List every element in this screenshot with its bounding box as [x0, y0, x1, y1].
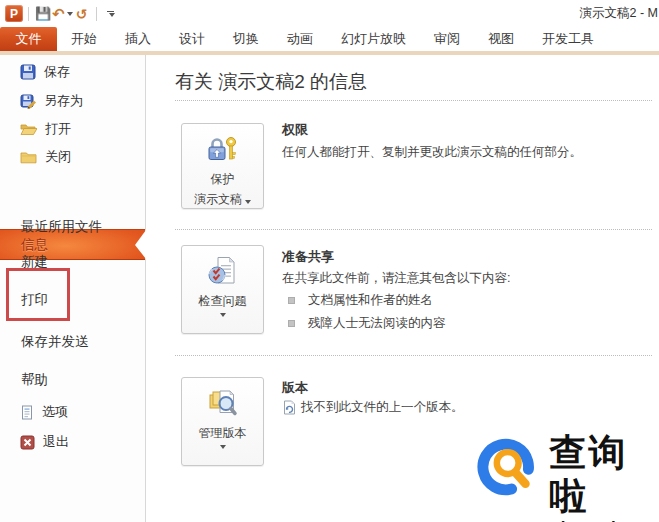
page-title: 有关 演示文稿2 的信息: [175, 69, 367, 95]
section-divider: [175, 355, 652, 356]
sidebar-item-close[interactable]: 关闭: [20, 148, 71, 166]
sidebar-item-label: 保存: [44, 63, 70, 81]
dropdown-arrow-icon: [220, 445, 226, 449]
protect-presentation-button[interactable]: 保护 演示文稿: [181, 123, 264, 209]
chaxunla-logo-icon: [474, 430, 543, 502]
tab-animations[interactable]: 动画: [273, 27, 327, 51]
bullet-square-icon: [288, 297, 295, 304]
powerpoint-logo-icon[interactable]: [5, 5, 23, 22]
print-annotation-box: [6, 268, 70, 321]
button-label: 保护: [211, 172, 235, 187]
close-folder-icon: [20, 149, 37, 165]
sharing-issue-item: 残障人士无法阅读的内容: [288, 315, 446, 332]
watermark-name: 查询啦: [549, 430, 659, 518]
sidebar-item-recent[interactable]: 最近所用文件: [21, 218, 102, 236]
sidebar-item-label: 信息: [21, 236, 48, 254]
section-divider: [175, 229, 652, 230]
bullet-square-icon: [288, 320, 295, 327]
section-divider: [175, 100, 652, 101]
tab-insert[interactable]: 插入: [111, 27, 165, 51]
inspect-document-icon: [206, 255, 240, 289]
section-heading-prepare-sharing: 准备共享: [282, 248, 334, 266]
active-item-notch: [135, 230, 146, 259]
sharing-issue-item: 文档属性和作者的姓名: [288, 292, 433, 309]
redo-button[interactable]: [73, 4, 91, 24]
options-icon: [20, 405, 34, 420]
no-versions-icon: [282, 400, 296, 415]
sidebar-item-label: 打开: [45, 120, 71, 138]
sidebar-item-save[interactable]: 保存: [20, 63, 70, 81]
sidebar-item-label: 选项: [42, 403, 68, 421]
section-heading-permissions: 权限: [282, 121, 308, 139]
sidebar-item-options[interactable]: 选项: [20, 403, 68, 421]
ribbon-tab-bar: 文件 开始 插入 设计 切换 动画 幻灯片放映 审阅 视图 开发工具: [0, 27, 659, 51]
sidebar-item-help[interactable]: 帮助: [21, 371, 48, 389]
dropdown-arrow-icon: [220, 313, 226, 317]
save-icon: [20, 64, 36, 80]
customize-quick-access-button[interactable]: [102, 4, 120, 24]
watermark-domain: chaxunla.com: [551, 518, 659, 522]
sidebar-item-save-and-send[interactable]: 保存并发送: [21, 333, 89, 351]
tab-developer[interactable]: 开发工具: [528, 27, 608, 51]
sidebar-item-label: 另存为: [44, 92, 83, 110]
button-label: 管理版本: [199, 426, 247, 441]
tab-home[interactable]: 开始: [57, 27, 111, 51]
tab-transitions[interactable]: 切换: [219, 27, 273, 51]
tab-slideshow[interactable]: 幻灯片放映: [327, 27, 420, 51]
tab-design[interactable]: 设计: [165, 27, 219, 51]
toolbar-separator: [28, 7, 29, 21]
sidebar-item-save-as[interactable]: 另存为: [20, 92, 83, 110]
sidebar-item-label: 退出: [43, 433, 69, 451]
check-for-issues-button[interactable]: 检查问题: [181, 245, 264, 334]
exit-icon: [20, 435, 35, 450]
tab-file[interactable]: 文件: [0, 27, 57, 51]
chevron-down-icon: [109, 13, 115, 17]
button-label: 检查问题: [199, 294, 247, 309]
redo-icon: [76, 5, 88, 23]
sidebar-item-label: 关闭: [45, 148, 71, 166]
tab-view[interactable]: 视图: [474, 27, 528, 51]
sharing-issue-label: 文档属性和作者的姓名: [308, 292, 433, 309]
version-status-text: 找不到此文件的上一个版本。: [301, 399, 464, 416]
powerpoint-backstage-window: { "window": { "title_partial": "演示文稿2 - …: [0, 0, 659, 522]
button-label: 演示文稿: [194, 192, 242, 207]
chaxunla-watermark: 查询啦 chaxunla.com: [474, 430, 659, 522]
manage-versions-button[interactable]: 管理版本: [181, 377, 264, 466]
save-as-icon: [20, 93, 36, 109]
undo-icon: [52, 5, 65, 23]
manage-versions-icon: [206, 387, 240, 421]
sidebar-item-exit[interactable]: 退出: [20, 433, 69, 451]
watermark-text: 查询啦 chaxunla.com: [549, 430, 659, 522]
version-status-row: 找不到此文件的上一个版本。: [282, 399, 464, 416]
section-body: 在共享此文件前，请注意其包含以下内容:: [282, 270, 510, 287]
save-icon: [35, 6, 51, 21]
quick-access-toolbar: [0, 0, 659, 27]
section-heading-versions: 版本: [282, 379, 308, 397]
section-body: 任何人都能打开、复制并更改此演示文稿的任何部分。: [282, 144, 582, 161]
customize-bar-icon: [107, 11, 114, 12]
lock-key-icon: [206, 133, 240, 167]
save-button[interactable]: [34, 4, 52, 24]
sidebar-item-open[interactable]: 打开: [20, 120, 71, 138]
tab-review[interactable]: 审阅: [420, 27, 474, 51]
undo-button[interactable]: [52, 4, 73, 24]
window-title: 演示文稿2 - M: [580, 5, 658, 22]
open-folder-icon: [20, 121, 37, 137]
dropdown-arrow-icon: [245, 200, 251, 204]
sharing-issue-label: 残障人士无法阅读的内容: [308, 315, 446, 332]
toolbar-separator: [96, 7, 97, 21]
